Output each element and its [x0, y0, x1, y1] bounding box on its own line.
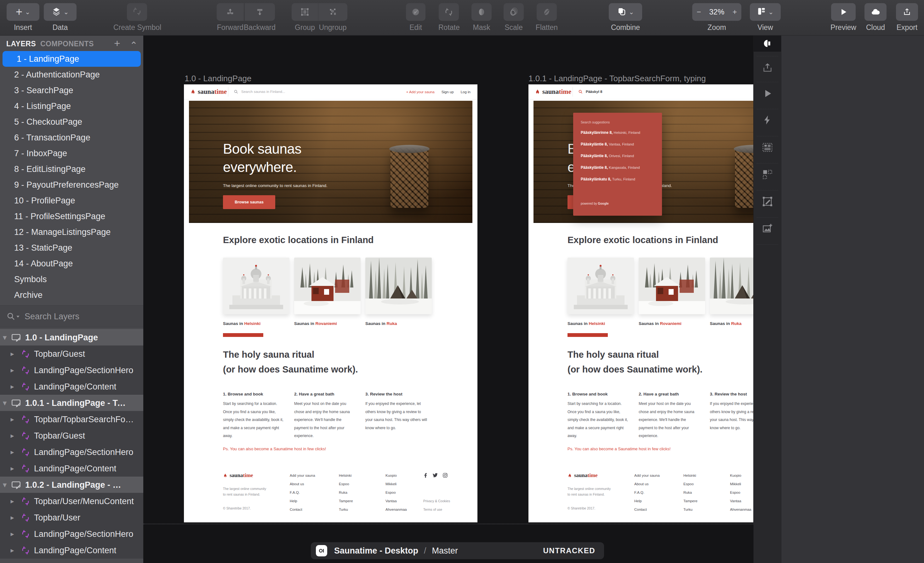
tree-component-row[interactable]: ▸ Topbar/User: [0, 509, 143, 526]
tree-component-row[interactable]: ▸ Topbar/Guest: [0, 346, 143, 362]
location-card-helsinki[interactable]: [567, 258, 634, 314]
share-upload-button[interactable]: [754, 62, 782, 73]
cloud-icon[interactable]: [864, 3, 886, 21]
footer-link[interactable]: Ahvenanmaa: [730, 508, 752, 511]
signup-link[interactable]: Sign up: [441, 90, 454, 94]
insert-tool[interactable]: + ⌄ Insert: [6, 3, 40, 32]
footer-link[interactable]: Vantaa: [386, 499, 397, 503]
ungroup-button[interactable]: [318, 3, 347, 21]
combine-button[interactable]: ⌄: [609, 3, 642, 21]
site-logo[interactable]: saunatime: [190, 84, 227, 99]
artboard-landing-page[interactable]: saunatime Search saunas in Finland... + …: [184, 84, 477, 523]
sidebar-page-item[interactable]: 3 - SearchPage: [0, 82, 143, 98]
rotate-tool[interactable]: Rotate: [438, 3, 459, 32]
search-layers-row[interactable]: Search Layers: [0, 305, 143, 328]
footer-link[interactable]: F.A.Q.: [290, 491, 300, 494]
sidebar-page-item[interactable]: 7 - InboxPage: [0, 145, 143, 161]
caret-down-icon[interactable]: ▾: [0, 399, 9, 407]
footer-link[interactable]: Turku: [339, 508, 348, 511]
footer-link[interactable]: Mikkeli: [730, 482, 741, 486]
sidebar-page-item[interactable]: 11 - ProfileSettingsPage: [0, 208, 143, 224]
sidebar-page-item[interactable]: Archive: [0, 287, 143, 303]
caret-down-icon[interactable]: ▾: [0, 334, 9, 341]
collapse-panel-icon[interactable]: ⌃: [130, 40, 138, 51]
caret-right-icon[interactable]: ▸: [8, 530, 17, 538]
twitter-icon[interactable]: [433, 473, 438, 479]
preview-tool[interactable]: Preview: [830, 3, 856, 32]
card-caption-helsinki[interactable]: Saunas in Helsinki: [567, 321, 605, 326]
tree-component-row[interactable]: ▸ LandingPage/Content: [0, 542, 143, 559]
forward-button[interactable]: [217, 3, 244, 21]
footer-link[interactable]: About us: [634, 482, 648, 486]
site-logo[interactable]: saunatime: [535, 84, 571, 99]
search-layers-input[interactable]: Search Layers: [25, 312, 80, 322]
sidebar-page-item[interactable]: 2 - AuthenticationPage: [0, 67, 143, 82]
tree-component-row[interactable]: ▸ Topbar/Guest: [0, 428, 143, 444]
caret-right-icon[interactable]: ▸: [8, 464, 17, 473]
suggestion-item[interactable]: Pääskylänkatu 8, Turku, Finland: [581, 177, 635, 181]
sidebar-page-item[interactable]: Symbols: [0, 271, 143, 287]
suggestion-item[interactable]: Pääskyläntie 8, Vantaa, Finland: [581, 142, 634, 147]
edit-icon[interactable]: [406, 3, 426, 21]
design-canvas[interactable]: 1.0 - LandingPage 1.0.1 - LandingPage - …: [143, 35, 753, 563]
footer-link[interactable]: Espoo: [730, 491, 740, 494]
caret-right-icon[interactable]: ▸: [8, 415, 17, 424]
branch-name[interactable]: Master: [432, 546, 458, 556]
group-tool[interactable]: Group: [292, 3, 318, 32]
sidebar-page-item[interactable]: 14 - AboutPage: [0, 256, 143, 271]
footer-link[interactable]: Ruka: [683, 491, 692, 494]
layout-list-button[interactable]: [754, 142, 782, 153]
tab-components[interactable]: COMPONENTS: [40, 40, 94, 48]
city-link[interactable]: Ruka: [387, 321, 397, 326]
browse-saunas-button[interactable]: Browse saunas: [223, 195, 275, 209]
tree-component-row[interactable]: ▸ Topbar/User/MenuContent: [0, 493, 143, 509]
view-tool[interactable]: ⌄ View: [749, 3, 782, 32]
sidebar-page-item[interactable]: 6 - TransactionPage: [0, 130, 143, 145]
caret-right-icon[interactable]: ▸: [8, 497, 17, 505]
footer-link[interactable]: F.A.Q.: [634, 491, 644, 494]
city-link[interactable]: Rovaniemi: [315, 321, 337, 326]
tree-component-row[interactable]: ▸ LandingPage/Content: [0, 379, 143, 395]
sidebar-page-item[interactable]: 4 - ListingPage: [0, 98, 143, 114]
footer-link[interactable]: Tampere: [339, 499, 353, 503]
sidebar-page-item[interactable]: 12 - ManageListingsPage: [0, 224, 143, 240]
location-card-rovaniemi[interactable]: [639, 258, 705, 314]
card-caption-ruka[interactable]: Saunas in Ruka: [710, 321, 742, 326]
caret-right-icon[interactable]: ▸: [8, 383, 17, 391]
footer-link[interactable]: Espoo: [339, 482, 349, 486]
caret-right-icon[interactable]: ▸: [8, 366, 17, 374]
flatten-tool[interactable]: Flatten: [536, 3, 558, 32]
footer-link[interactable]: Ruka: [339, 491, 347, 494]
backward-button[interactable]: [244, 3, 275, 21]
view-button[interactable]: ⌄: [750, 3, 781, 21]
cloud-tool[interactable]: Cloud: [864, 3, 888, 32]
footer-link[interactable]: Helsinki: [683, 473, 696, 478]
sidebar-page-item[interactable]: 13 - StaticPage: [0, 240, 143, 256]
sidebar-page-item[interactable]: 1 - LandingPage: [3, 51, 141, 67]
project-name[interactable]: Saunatime - Desktop: [334, 546, 418, 556]
mask-tool[interactable]: Mask: [471, 3, 492, 32]
caret-down-icon[interactable]: ▾: [0, 481, 9, 489]
edit-tool[interactable]: Edit: [406, 3, 426, 32]
caret-right-icon[interactable]: ▸: [8, 514, 17, 522]
caret-right-icon[interactable]: ▸: [8, 350, 17, 358]
footer-link[interactable]: Tampere: [683, 499, 698, 503]
scale-tool[interactable]: Scale: [503, 3, 524, 32]
backward-tool[interactable]: Backward: [244, 3, 276, 32]
sidebar-page-item[interactable]: 9 - PayoutPreferencesPage: [0, 177, 143, 193]
footer-link[interactable]: Add your sauna: [634, 473, 660, 478]
artboard-landing-page-search-typing[interactable]: saunatime Pääskyl 8 + Add your sauna Sig…: [528, 84, 753, 523]
create-symbol-tool[interactable]: Create Symbol: [113, 3, 160, 32]
lightning-actions-button[interactable]: [754, 115, 782, 125]
edit-frame-button[interactable]: [754, 196, 782, 207]
play-preview-button[interactable]: [754, 88, 782, 99]
tree-artboard-row[interactable]: ▾ 1.0 - LandingPage: [0, 329, 143, 346]
tree-component-row[interactable]: ▸ LandingPage/SectionHero: [0, 444, 143, 460]
insert-button[interactable]: + ⌄: [7, 3, 39, 21]
export-tool[interactable]: Export: [895, 3, 919, 32]
create-symbol-button[interactable]: [127, 3, 147, 21]
sidebar-page-item[interactable]: 10 - ProfilePage: [0, 193, 143, 208]
tab-layers[interactable]: LAYERS: [6, 40, 36, 48]
footer-link[interactable]: Espoo: [386, 491, 396, 494]
login-link[interactable]: Log in: [461, 90, 471, 94]
